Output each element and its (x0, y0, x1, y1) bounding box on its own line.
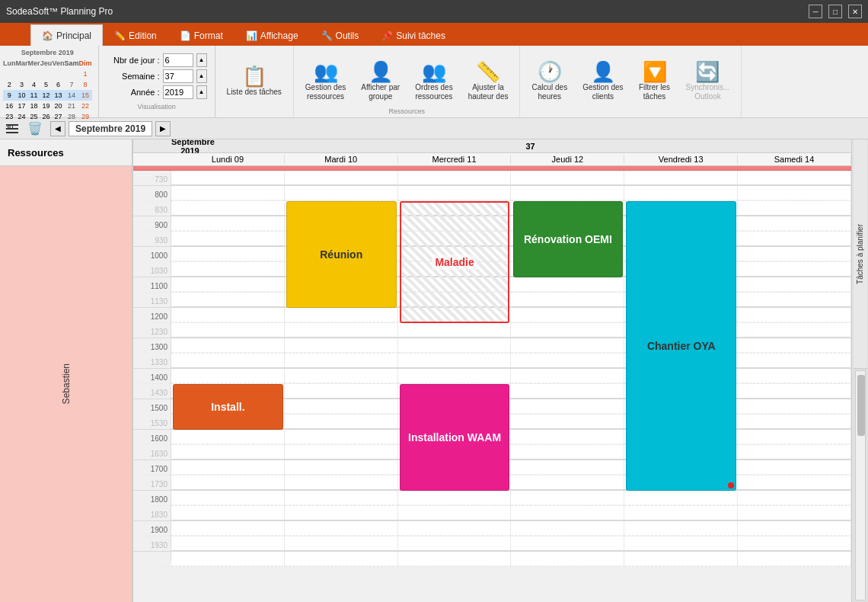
day-cell-14-30-1 (285, 399, 398, 414)
right-sidebar: Tâches à planifier (851, 139, 868, 602)
day-cell-18-4 (624, 506, 738, 520)
day-cell-8-5 (738, 201, 851, 216)
day-cell-18-30-3 (511, 521, 624, 536)
ordres-res-label: Ordres desressources (415, 83, 452, 101)
day-cell-19-30-1 (285, 552, 398, 566)
day-cell-11-30-0 (171, 308, 285, 322)
day-cell-17-3 (511, 476, 624, 490)
annee-input[interactable] (163, 85, 193, 99)
tab-outils[interactable]: 🔧 Outils (310, 24, 371, 46)
filtrer-icon: 🔽 (643, 62, 667, 82)
day-cell-10-30-0 (171, 277, 285, 292)
nbr-jour-input[interactable] (163, 53, 193, 67)
calcul-group: 🕐 Calcul desheures 👤 Gestion desclients … (520, 46, 742, 117)
day-cell-14-30-5 (738, 399, 851, 414)
day-cell-10-5 (738, 262, 851, 277)
day-cell-18-0 (171, 506, 285, 520)
day-cell-19-30-5 (738, 552, 851, 566)
task-renovation[interactable]: Rénovation OEMI (513, 201, 624, 277)
tab-affichage[interactable]: 📊 Affichage (235, 24, 310, 46)
day-cell-18-30-4 (624, 521, 738, 536)
semaine-up[interactable]: ▲ (196, 69, 207, 83)
nbr-jour-up[interactable]: ▲ (196, 53, 207, 67)
ordres-res-icon: 👥 (422, 62, 446, 82)
synchro-button[interactable]: 🔄 Synchronis...Outlook (679, 49, 737, 114)
time-row-12: 1200 (133, 323, 851, 338)
task-reunion[interactable]: Réunion (286, 201, 397, 308)
month-nav: ◀ Septembre 2019 ▶ (50, 121, 171, 136)
time-row-7-30: 730 (133, 186, 851, 201)
day-cell-13-30-3 (511, 369, 624, 383)
maximize-button[interactable]: □ (828, 5, 842, 18)
day-cell-17-0 (171, 476, 285, 490)
grid-scroll[interactable]: 7007308008309009301000103011001130120012… (133, 171, 851, 602)
day-cell-9-0 (171, 232, 285, 246)
semaine-label: Semaine : (107, 72, 160, 81)
close-button[interactable]: ✕ (848, 5, 862, 18)
day-cell-15-3 (511, 415, 624, 429)
filtrer-label: Filtrer lestâches (639, 83, 670, 101)
gestion-clients-label: Gestion desclients (582, 83, 623, 101)
day-cell-13-3 (511, 354, 624, 368)
edit-icon: ✏️ (114, 30, 126, 41)
tab-edition[interactable]: ✏️ Edition (103, 24, 168, 46)
day-cell-16-30-3 (511, 460, 624, 475)
day-cell-7-30-4 (624, 186, 738, 200)
task-label-maladie: Maladie (432, 255, 477, 270)
tab-principal[interactable]: 🏠 Principal (30, 24, 103, 46)
liste-taches-button[interactable]: 📋 Liste des tâches (220, 49, 289, 114)
day-cell-9-30-0 (171, 247, 285, 261)
task-maladie[interactable]: Maladie (400, 201, 510, 323)
semaine-input[interactable] (163, 69, 193, 83)
day-cell-17-1 (285, 476, 398, 490)
minimize-button[interactable]: ─ (809, 5, 822, 18)
day-cell-13-1 (285, 354, 398, 368)
annee-up[interactable]: ▲ (196, 85, 207, 99)
titlebar: SodeaSoft™ Planning Pro ─ □ ✕ (0, 0, 868, 23)
day-header-samedi: Samedi 14 (738, 155, 851, 164)
day-cell-11-30-5 (738, 308, 851, 322)
ajuster-hauteur-button[interactable]: 📏 Ajuster lahauteur des (461, 49, 515, 114)
time-row-19-30: 1930 (133, 552, 851, 567)
day-cell-18-30-0 (171, 521, 285, 536)
calcul-heures-button[interactable]: 🕐 Calcul desheures (525, 49, 574, 114)
synchro-icon: 🔄 (695, 62, 720, 82)
liste-taches-label: Liste des tâches (227, 88, 282, 97)
tab-suivi[interactable]: 📌 Suivi tâches (370, 24, 457, 46)
time-row-18: 1800 (133, 506, 851, 521)
day-cell-16-3 (511, 445, 624, 460)
day-cell-15-30-3 (511, 430, 624, 444)
filtrer-taches-button[interactable]: 🔽 Filtrer lestâches (632, 49, 678, 114)
prev-month-button[interactable]: ◀ (50, 121, 65, 136)
hamburger-menu[interactable] (3, 120, 21, 138)
gestion-res-label: Gestion desressources (305, 83, 346, 101)
trash-button[interactable]: 🗑️ (26, 120, 44, 138)
day-cell-13-30-2 (398, 369, 512, 383)
right-scrollbar[interactable] (855, 370, 866, 600)
calcul-heures-label: Calcul desheures (531, 83, 567, 101)
task-install[interactable]: Install. (173, 384, 283, 430)
tasks-sidebar-panel[interactable]: Tâches à planifier (854, 139, 867, 369)
day-cell-15-1 (285, 415, 398, 429)
day-cell-8-30-0 (171, 216, 285, 231)
day-cell-15-30-1 (285, 430, 398, 444)
ribbon-content: Septembre 2019 Lun Mar Mer Jeu Ven Sam D… (0, 46, 868, 118)
day-cell-13-30-5 (738, 369, 851, 383)
day-cell-19-30-3 (511, 552, 624, 566)
ordres-ressources-button[interactable]: 👥 Ordres desressources (408, 49, 459, 114)
day-cell-7-30-2 (398, 186, 512, 200)
tab-format[interactable]: 📄 Format (168, 24, 235, 46)
day-cell-7-1 (285, 171, 398, 185)
gestion-clients-button[interactable]: 👤 Gestion desclients (576, 49, 630, 114)
day-cell-14-1 (285, 384, 398, 399)
next-month-button[interactable]: ▶ (155, 121, 171, 136)
scroll-thumb (857, 375, 865, 436)
afficher-groupe-button[interactable]: 👤 Afficher pargroupe (354, 49, 407, 114)
day-cell-17-30-0 (171, 491, 285, 505)
annee-label: Année : (107, 88, 160, 97)
day-cell-12-5 (738, 323, 851, 338)
day-cell-17-30-1 (285, 491, 398, 505)
gestion-ressources-button[interactable]: 👥 Gestion desressources (298, 49, 353, 114)
task-chantier[interactable]: Chantier OYA (626, 201, 736, 491)
task-installation-waam[interactable]: Installation WAAM (400, 384, 510, 491)
